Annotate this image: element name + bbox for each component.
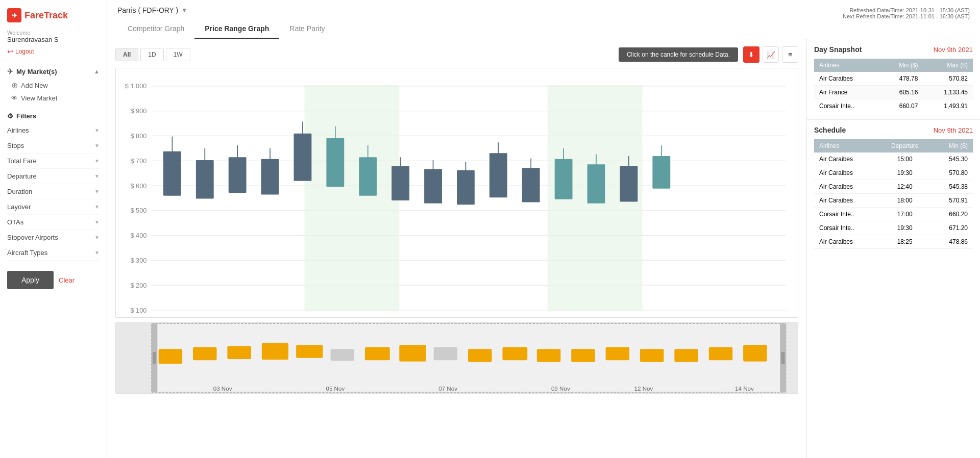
all-button[interactable]: All [115, 48, 138, 61]
content-area: All 1D 1W Click on the candle for schedu… [107, 39, 980, 458]
filter-otas[interactable]: OTAs▼ [7, 215, 100, 230]
route-dropdown[interactable]: Parris ( FDF-ORY ) ▼ [117, 6, 187, 14]
schedule-scroll[interactable]: Airlines Departure Min ($) Air Caraibes … [814, 139, 973, 249]
col-airlines: Airlines [814, 59, 880, 72]
filter-departure[interactable]: Departure▼ [7, 169, 100, 184]
schedule-row: Corsair Inte.. 19:30 671.20 [814, 221, 973, 235]
chart-actions: ⬇ 📈 ≡ [743, 46, 798, 63]
svg-text:$ 700: $ 700 [130, 157, 146, 165]
svg-rect-72 [468, 349, 492, 362]
menu-icon: ≡ [788, 50, 792, 59]
trend-button[interactable]: 📈 [763, 46, 779, 63]
filter-aircraft-types[interactable]: Aircraft Types▼ [7, 245, 100, 261]
svg-rect-78 [674, 349, 698, 362]
svg-text:$ 1,000: $ 1,000 [125, 82, 147, 90]
svg-text:$ 900: $ 900 [130, 107, 146, 115]
svg-rect-65 [227, 346, 251, 359]
filter-icon: ⚙ [7, 112, 13, 120]
trend-icon: 📈 [767, 50, 775, 59]
logout-area: ↩ Logout [0, 47, 107, 61]
filter-chevron-icon: ▼ [94, 158, 100, 164]
svg-rect-64 [193, 347, 216, 361]
svg-rect-25 [196, 160, 214, 199]
clear-button[interactable]: Clear [59, 276, 75, 284]
filter-items: Airlines▼Stops▼Total Fare▼Departure▼Dura… [7, 123, 100, 261]
download-button[interactable]: ⬇ [743, 46, 760, 63]
download-icon: ⬇ [748, 50, 754, 59]
filters-title: ⚙ Filters [7, 109, 100, 123]
menu-button[interactable]: ≡ [782, 46, 798, 63]
schedule-header: Schedule Nov 9th 2021 [814, 126, 973, 134]
1w-button[interactable]: 1W [166, 48, 190, 61]
svg-rect-41 [457, 170, 475, 205]
logout-icon: ↩ [7, 47, 13, 56]
chart-hint: Click on the candle for schedule Data. [619, 47, 738, 62]
svg-rect-73 [502, 347, 527, 361]
tab-competitor-graph[interactable]: Competitor Graph [117, 19, 194, 39]
svg-rect-51 [620, 166, 638, 202]
logout-button[interactable]: ↩ Logout [7, 47, 34, 56]
apply-button[interactable]: Apply [7, 271, 54, 289]
col-min: Min ($) [880, 59, 923, 72]
add-new-button[interactable]: ⊕ Add New [7, 79, 100, 92]
svg-rect-20 [304, 85, 399, 312]
svg-rect-67 [296, 345, 323, 358]
svg-rect-45 [522, 168, 540, 202]
svg-text:03 Nov: 03 Nov [213, 385, 232, 392]
apply-section: Apply Clear [0, 263, 107, 297]
filter-stops[interactable]: Stops▼ [7, 138, 100, 154]
my-markets-header[interactable]: ✈ My Market(s) ▲ [7, 64, 100, 79]
chart-toolbar: All 1D 1W Click on the candle for schedu… [115, 46, 798, 63]
filter-total-fare[interactable]: Total Fare▼ [7, 154, 100, 169]
svg-rect-68 [331, 349, 354, 361]
svg-rect-49 [587, 164, 605, 203]
filter-chevron-icon: ▼ [94, 250, 100, 256]
svg-text:$ 600: $ 600 [130, 182, 146, 190]
filter-airlines[interactable]: Airlines▼ [7, 123, 100, 138]
svg-text:$ 200: $ 200 [130, 282, 146, 289]
1d-button[interactable]: 1D [140, 48, 163, 61]
svg-rect-79 [709, 347, 732, 361]
filter-chevron-icon: ▼ [94, 204, 100, 210]
svg-text:14 Nov: 14 Nov [735, 385, 754, 392]
mini-chart[interactable]: 03 Nov 05 Nov 07 Nov 09 Nov 12 Nov 14 No… [116, 322, 798, 393]
right-panel: Day Snapshot Nov 9th 2021 Airlines Min (… [806, 39, 980, 458]
sched-col-departure: Departure [878, 139, 932, 152]
candlestick-chart-wrapper: $ 1,000 $ 900 $ 800 $ 700 $ 600 $ 500 $ … [115, 68, 798, 318]
svg-rect-29 [261, 159, 279, 195]
schedule-row: Air Caraibes 18:25 478.86 [814, 235, 973, 249]
main-chart[interactable]: $ 1,000 $ 900 $ 800 $ 700 $ 600 $ 500 $ … [116, 68, 798, 317]
sidebar: ✈ FareTrack Welcome Surendravasan S ↩ Lo… [0, 0, 107, 458]
svg-rect-80 [743, 345, 767, 362]
chevron-up-icon: ▲ [94, 68, 100, 74]
schedule-date: Nov 9th 2021 [934, 126, 973, 134]
filter-chevron-icon: ▼ [94, 189, 100, 194]
tab-rate-parity[interactable]: Rate Parity [279, 19, 335, 39]
refresh-info: Refreshed Date/Time: 2021-10-31 - 15:30 … [832, 3, 980, 23]
filter-chevron-icon: ▼ [94, 173, 100, 179]
svg-rect-63 [159, 349, 182, 364]
svg-rect-43 [489, 153, 507, 197]
svg-rect-31 [294, 134, 312, 181]
filter-layover[interactable]: Layover▼ [7, 199, 100, 215]
tab-price-range-graph[interactable]: Price Range Graph [194, 19, 279, 39]
sched-col-min: Min ($) [932, 139, 973, 152]
plus-icon: ⊕ [11, 81, 18, 90]
filters-section: ⚙ Filters Airlines▼Stops▼Total Fare▼Depa… [0, 107, 107, 263]
route-chevron-icon: ▼ [181, 7, 187, 14]
route-label: Parris ( FDF-ORY ) [117, 6, 178, 14]
user-info: Welcome Surendravasan S [0, 28, 107, 47]
view-market-button[interactable]: 👁 View Market [7, 92, 100, 104]
day-snapshot-title: Day Snapshot [814, 45, 862, 54]
mini-chart-wrapper[interactable]: 03 Nov 05 Nov 07 Nov 09 Nov 12 Nov 14 No… [115, 322, 798, 394]
svg-text:12 Nov: 12 Nov [634, 385, 653, 392]
refresh-date: Refreshed Date/Time: 2021-10-31 - 15:30 … [849, 7, 970, 13]
filter-chevron-icon: ▼ [94, 219, 100, 225]
logo-area: ✈ FareTrack [0, 0, 107, 28]
svg-rect-75 [571, 349, 595, 362]
svg-rect-66 [262, 343, 288, 360]
filter-duration[interactable]: Duration▼ [7, 184, 100, 199]
logo-text: FareTrack [24, 10, 68, 21]
col-max: Max ($) [923, 59, 973, 72]
filter-stopover-airports[interactable]: Stopover Airports▼ [7, 230, 100, 245]
